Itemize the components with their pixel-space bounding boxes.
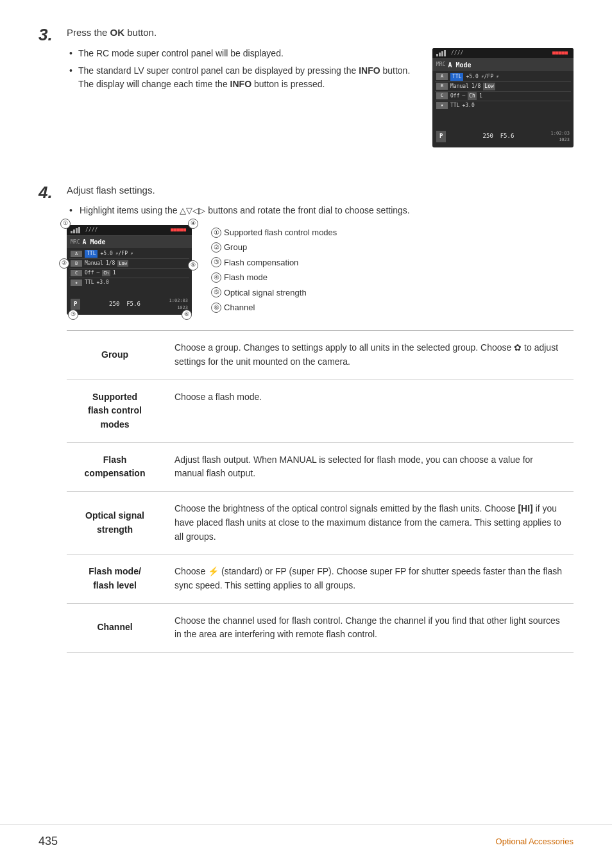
cam-bottom: P 250 F5.6 1:02:031023 [436, 130, 570, 144]
callout-2: ② [59, 258, 69, 269]
cam-header: //// ■■■■■ [432, 48, 574, 59]
step-3-bullets: The RC mode super control panel will be … [67, 47, 420, 95]
cam-row-star: ★ TTL +3.0 [435, 101, 571, 110]
step-3-bullet-2: The standard LV super control panel can … [67, 64, 420, 91]
label-text-4: Flash mode [224, 270, 268, 285]
table-row-channel: Channel Choose the channel used for flas… [67, 603, 574, 652]
callout-5: ⑤ [188, 260, 198, 271]
step-4-content: Adjust flash settings. Highlight items u… [67, 183, 574, 653]
cam-exposure-4: 250 F5.6 [109, 300, 140, 309]
step-3-bullet-list: The RC mode super control panel will be … [67, 47, 420, 91]
diagram-label-4: ④ Flash mode [211, 270, 337, 285]
term-flash-comp: Flash compensation [67, 442, 163, 491]
table-row-flash-level: Flash mode/ flash level Choose ⚡ (standa… [67, 555, 574, 603]
callout-3: ③ [68, 310, 78, 320]
term-group: Group [67, 331, 163, 380]
page-footer: 435 Optional Accessories [0, 824, 612, 850]
table-row-optical: Optical signal strength Choose the brigh… [67, 492, 574, 555]
step-4-number: 4. [38, 183, 58, 202]
page-number: 435 [38, 833, 58, 850]
term-flash-level: Flash mode/ flash level [67, 555, 163, 603]
cam-mode-bar-4: MRC A Mode [67, 236, 192, 248]
term-channel: Channel [67, 603, 163, 652]
label-text-5: Optical signal strength [224, 285, 307, 300]
def-optical: Choose the brightness of the optical con… [163, 492, 574, 555]
circle-4: ④ [211, 272, 221, 283]
label-text-3: Flash compensation [224, 255, 298, 270]
cam-row-c: C Off – Ch 1 [435, 92, 571, 101]
diagram-label-5: ⑤ Optical signal strength [211, 285, 337, 300]
cam-row-b-4: B Manual 1/8 Low [69, 259, 189, 269]
label-text-1: Supported flash control modes [224, 225, 337, 240]
circle-6: ⑥ [211, 303, 221, 313]
table-row-flash-comp: Flash compensation Adjust flash output. … [67, 442, 574, 491]
cam-bottom-4: P 250 F5.6 1:02:031023 [71, 297, 188, 311]
hi-key: [HI] [518, 503, 532, 513]
circle-5: ⑤ [211, 287, 221, 297]
info-key-1: INFO [359, 65, 380, 76]
diagram-label-2: ② Group [211, 240, 337, 255]
step-3-number: 3. [38, 26, 58, 44]
circle-3: ③ [211, 257, 221, 267]
term-optical: Optical signal strength [67, 492, 163, 555]
step-4-bullet: Highlight items using the △▽◁▷ buttons a… [67, 204, 574, 217]
ok-key: OK [110, 27, 125, 38]
cam-row-a-4: A TTL +5.0 ⚡/FP ⚡ [69, 249, 189, 259]
cam-data-rows: A TTL +5.0 ⚡/FP ⚡ B Manual 1/8 Low [432, 71, 574, 112]
step-3-bullet-1: The RC mode super control panel will be … [67, 47, 420, 60]
step-4-title: Adjust flash settings. [67, 183, 574, 198]
diagram-labels: ① Supported flash control modes ② Group … [203, 225, 337, 315]
circle-1: ① [211, 228, 221, 238]
def-flash-level: Choose ⚡ (standard) or FP (super FP). Ch… [163, 555, 574, 603]
step-4-body: //// ■■■■■ MRC A Mode A TTL +5.0 [67, 225, 574, 315]
diagram-label-6: ⑥ Channel [211, 300, 337, 315]
step-3-section: 3. Press the OK button. The RC mode supe… [38, 26, 574, 147]
label-text-6: Channel [224, 300, 255, 315]
circle-2: ② [211, 242, 221, 253]
cam-row-c-4: C Off – Ch 1 [69, 269, 189, 278]
cam-data-rows-4: A TTL +5.0 ⚡/FP ⚡ B Manual 1/8 Low [67, 248, 192, 288]
step-3-inner: The RC mode super control panel will be … [67, 47, 574, 147]
cam-p-badge: P [436, 131, 446, 142]
def-channel: Choose the channel used for flash contro… [163, 603, 574, 652]
cam-p-badge-4: P [71, 299, 80, 310]
label-text-2: Group [224, 240, 247, 255]
info-key-2: INFO [230, 79, 251, 89]
camera-screen-step4: //// ■■■■■ MRC A Mode A TTL +5.0 [67, 225, 192, 315]
term-flash-modes: Supported flash control modes [67, 380, 163, 442]
signal-bars [436, 50, 446, 56]
cam-row-b: B Manual 1/8 Low [435, 82, 571, 92]
callout-1: ① [60, 219, 71, 229]
cam-exposure: 250 F5.6 [483, 132, 514, 141]
table-row-group: Group Choose a group. Changes to setting… [67, 331, 574, 380]
signal-bars-4 [71, 227, 80, 233]
diagram-label-3: ③ Flash compensation [211, 255, 337, 270]
page: 3. Press the OK button. The RC mode supe… [0, 0, 612, 868]
callout-6: ⑥ [182, 310, 192, 320]
camera-wrapper: //// ■■■■■ MRC A Mode A TTL +5.0 [67, 225, 192, 315]
cam-time: 1:02:031023 [550, 130, 570, 144]
def-flash-comp: Adjust flash output. When MANUAL is sele… [163, 442, 574, 491]
cam-time-4: 1:02:031023 [169, 297, 188, 311]
def-group: Choose a group. Changes to settings appl… [163, 331, 574, 380]
cam-row-star-4: ★ TTL +3.0 [69, 278, 189, 287]
step-4-section: 4. Adjust flash settings. Highlight item… [38, 183, 574, 653]
table-row-flash-modes: Supported flash control modes Choose a f… [67, 380, 574, 442]
cam-row-a: A TTL +5.0 ⚡/FP ⚡ [435, 72, 571, 82]
camera-screen-step3: //// ■■■■■ MRC A Mode A TTL +5.0 ⚡/FP [432, 48, 574, 147]
step-3-title: Press the OK button. [67, 26, 574, 40]
nav-symbols: △▽◁▷ [180, 206, 205, 215]
cam-header-4: //// ■■■■■ [67, 225, 192, 236]
step-3-content: Press the OK button. The RC mode super c… [67, 26, 574, 147]
callout-4: ④ [188, 219, 198, 229]
info-table: Group Choose a group. Changes to setting… [67, 330, 574, 653]
diagram-label-1: ① Supported flash control modes [211, 225, 337, 240]
optional-accessories: Optional Accessories [496, 835, 574, 848]
def-flash-modes: Choose a flash mode. [163, 380, 574, 442]
cam-mode-bar: MRC A Mode [432, 59, 574, 71]
